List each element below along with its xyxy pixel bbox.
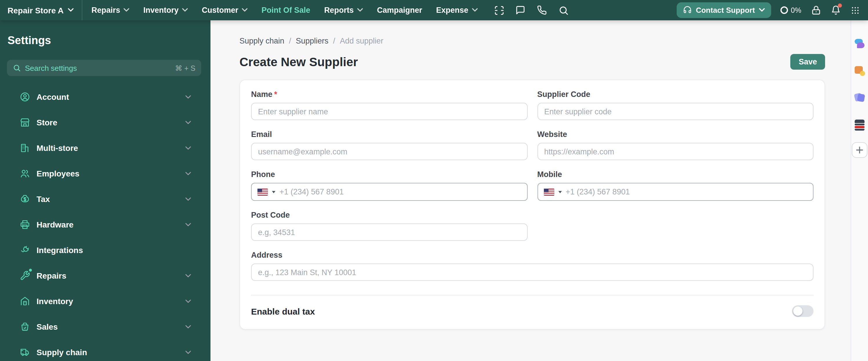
field-email: Email — [251, 130, 527, 160]
nav-expense[interactable]: Expense — [436, 6, 477, 15]
cards-app-icon[interactable] — [853, 92, 866, 105]
phone-input[interactable] — [279, 188, 521, 196]
nav-customer[interactable]: Customer — [202, 6, 248, 15]
nav-campaigner[interactable]: Campaigner — [377, 6, 422, 15]
field-website: Website — [537, 130, 813, 160]
user-circle-icon — [20, 92, 30, 102]
nav-inventory[interactable]: Inventory — [144, 6, 188, 15]
wrench-icon — [20, 271, 30, 281]
field-supplier-code: Supplier Code — [537, 90, 813, 120]
breadcrumb: Supply chain / Suppliers / Add supplier — [240, 36, 825, 45]
chevron-down-icon — [357, 8, 363, 12]
chevron-down-icon — [185, 223, 191, 227]
sidebar-item-store[interactable]: Store — [0, 110, 211, 135]
breadcrumb-separator: / — [289, 36, 291, 45]
page-title: Create New Supplier — [240, 55, 358, 69]
plug-icon — [20, 245, 30, 255]
settings-search-input[interactable] — [25, 63, 171, 72]
nav-reports[interactable]: Reports — [324, 6, 363, 15]
settings-sidebar: Settings ⌘ + S Account — [0, 20, 211, 361]
settings-search[interactable]: ⌘ + S — [7, 60, 201, 76]
breadcrumb-supply-chain[interactable]: Supply chain — [240, 36, 284, 45]
contact-support-button[interactable]: Contact Support — [677, 2, 771, 18]
chevron-down-icon — [472, 8, 477, 12]
country-dropdown-caret[interactable] — [558, 191, 562, 193]
chevron-down-icon — [759, 8, 765, 12]
shopping-bag-icon — [20, 322, 30, 332]
sidebar-item-inventory[interactable]: Inventory — [0, 288, 211, 314]
name-input[interactable] — [251, 103, 527, 120]
nav-point-of-sale[interactable]: Point Of Sale — [261, 6, 310, 15]
post-code-input[interactable] — [251, 223, 527, 241]
repairs-notification-dot — [29, 269, 32, 272]
stack-app-icon[interactable] — [853, 118, 866, 131]
supplier-code-input[interactable] — [537, 103, 813, 120]
field-address: Address — [251, 251, 813, 281]
brand-label: Repair Store A — [7, 5, 63, 15]
sidebar-item-integrations[interactable]: Integrations — [0, 238, 211, 263]
add-widget-button[interactable] — [852, 142, 867, 158]
supplier-form-card: Name* Supplier Code Email Website — [240, 80, 825, 330]
progress-value: 0% — [791, 6, 801, 14]
usage-progress[interactable]: 0% — [780, 6, 801, 14]
chevron-down-icon — [185, 299, 191, 303]
email-input[interactable] — [251, 143, 527, 160]
dual-tax-toggle[interactable] — [792, 305, 813, 317]
sidebar-item-multi-store[interactable]: Multi-store — [0, 135, 211, 161]
save-button[interactable]: Save — [790, 54, 825, 70]
apps-grid-icon[interactable] — [850, 5, 861, 16]
chevron-down-icon — [67, 8, 73, 12]
printer-icon — [20, 219, 30, 230]
headset-icon — [683, 6, 692, 15]
field-phone: Phone — [251, 170, 527, 201]
address-input[interactable] — [251, 263, 813, 281]
field-name: Name* — [251, 90, 527, 120]
form-divider — [251, 295, 813, 296]
sidebar-item-supply-chain[interactable]: Supply chain — [0, 339, 211, 361]
truck-icon — [20, 347, 30, 358]
top-navbar: Repair Store A Repairs Inventory Custome… — [0, 0, 868, 20]
message-icon[interactable] — [515, 5, 526, 16]
us-flag-icon[interactable] — [544, 188, 554, 195]
phone-label: Phone — [251, 170, 527, 179]
app-window: Repair Store A Repairs Inventory Custome… — [0, 0, 868, 361]
notifications-bell-icon[interactable] — [830, 5, 841, 16]
chevron-down-icon — [182, 8, 188, 12]
navbar-right-group: Contact Support 0% — [677, 2, 861, 18]
chevron-down-icon — [185, 274, 191, 278]
chevron-down-icon — [185, 146, 191, 150]
email-label: Email — [251, 130, 527, 139]
mobile-input[interactable] — [566, 188, 807, 196]
sidebar-item-sales[interactable]: Sales — [0, 314, 211, 339]
nav-repairs[interactable]: Repairs — [91, 6, 129, 15]
sidebar-item-employees[interactable]: Employees — [0, 161, 211, 186]
call-icon[interactable] — [537, 5, 547, 16]
breadcrumb-suppliers[interactable]: Suppliers — [296, 36, 329, 45]
store-switcher[interactable]: Repair Store A — [7, 0, 82, 20]
sidebar-item-tax[interactable]: Tax — [0, 186, 211, 212]
sidebar-item-account[interactable]: Account — [0, 84, 211, 110]
sidebar-item-hardware[interactable]: Hardware — [0, 212, 211, 238]
media-app-icon[interactable] — [853, 65, 866, 78]
main-nav: Repairs Inventory Customer Point Of Sale… — [91, 6, 477, 15]
lock-icon[interactable] — [811, 5, 821, 16]
search-icon[interactable] — [558, 5, 568, 16]
chevron-down-icon — [185, 325, 191, 329]
post-code-label: Post Code — [251, 211, 527, 219]
chat-bubbles-app-icon[interactable] — [853, 38, 866, 51]
us-flag-icon[interactable] — [257, 188, 268, 195]
scan-icon[interactable] — [494, 5, 504, 16]
contact-support-label: Contact Support — [696, 6, 755, 15]
dual-tax-label: Enable dual tax — [251, 306, 315, 316]
website-input[interactable] — [537, 143, 813, 160]
money-bag-icon — [20, 194, 30, 204]
notification-badge — [838, 3, 842, 7]
website-label: Website — [537, 130, 813, 139]
field-mobile: Mobile — [537, 170, 813, 201]
mobile-label: Mobile — [537, 170, 813, 179]
storefront-icon — [20, 117, 30, 128]
chevron-down-icon — [242, 8, 248, 12]
chevron-down-icon — [185, 197, 191, 201]
sidebar-item-repairs[interactable]: Repairs — [0, 263, 211, 288]
country-dropdown-caret[interactable] — [272, 191, 275, 193]
